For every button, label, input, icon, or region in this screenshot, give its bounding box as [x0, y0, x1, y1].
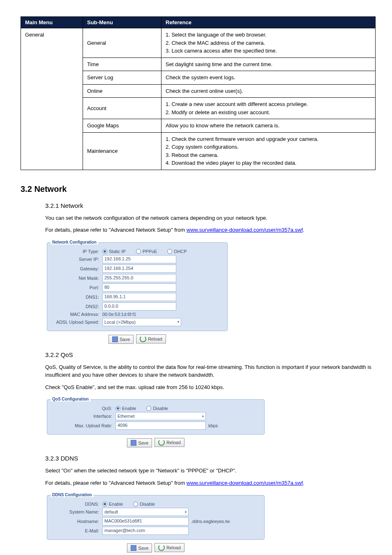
table-cell-ref: 1. Select the language of the web browse…: [161, 28, 376, 58]
radio-qos-disable[interactable]: Disable: [146, 406, 168, 411]
netmask-input[interactable]: 255.255.255.0: [102, 274, 176, 282]
chevron-down-icon: ▾: [185, 510, 187, 514]
radio-ddns-enable[interactable]: Enable: [102, 502, 123, 507]
server-ip-input[interactable]: 192.168.1.25: [102, 255, 176, 263]
dns1-input[interactable]: 168.95.1.1: [102, 293, 176, 301]
paragraph: You can set the network configuration of…: [45, 214, 376, 222]
save-button[interactable]: Save: [108, 335, 134, 344]
field-label: Interface:: [51, 414, 115, 419]
reload-icon: [140, 336, 146, 342]
adsl-select[interactable]: Local (>2Mbps)▾: [102, 318, 181, 326]
table-cell-ref: Set daylight saving time and the current…: [161, 58, 376, 71]
field-label: E-Mail:: [51, 528, 102, 533]
chevron-down-icon: ▾: [178, 320, 179, 324]
subsection-heading: 3.2.2 QoS: [45, 351, 376, 358]
radio-qos-enable[interactable]: Enable: [115, 406, 136, 411]
section-heading: 3.2 Network: [21, 184, 376, 194]
table-cell-sub: Online: [83, 84, 161, 98]
table-cell-ref: Check the current online user(s).: [161, 84, 376, 98]
reload-button[interactable]: Reload: [154, 438, 184, 447]
ddns-config-panel: DDNS Configuration DDNS: Enable Disable …: [47, 495, 265, 540]
save-icon: [131, 545, 136, 551]
reload-icon: [158, 439, 165, 446]
paragraph: QoS, Quality of Service, is the ability …: [45, 363, 376, 379]
reload-button[interactable]: Reload: [154, 543, 184, 552]
panel-title: Network Configuration: [51, 240, 98, 244]
hostname-suffix: .ddns.eagleeyes.tw: [191, 519, 230, 524]
mac-value: 00:0e:53:1d:6f:f1: [102, 312, 136, 317]
chevron-down-icon: ▾: [202, 415, 204, 418]
subsection-heading: 3.2.1 Network: [45, 202, 376, 209]
gateway-input[interactable]: 192.168.1.254: [102, 265, 176, 273]
save-icon: [131, 440, 136, 446]
save-button[interactable]: Save: [127, 438, 152, 447]
reload-button[interactable]: Reload: [136, 334, 166, 343]
radio-pppoe[interactable]: PPPoE: [136, 249, 157, 254]
port-input[interactable]: 80: [102, 283, 176, 292]
table-cell-ref: Check the system event logs.: [161, 71, 376, 85]
table-cell-sub: Server Log: [83, 71, 161, 85]
field-label: IP Type:: [51, 249, 102, 254]
doc-link[interactable]: www.surveillance-download.com/user/m357a…: [187, 480, 303, 486]
panel-title: DDNS Configuration: [51, 493, 94, 497]
reload-icon: [158, 544, 165, 551]
unit-label: kbps: [208, 423, 218, 428]
table-cell-sub: Account: [83, 98, 161, 119]
field-label: Server IP:: [51, 257, 102, 262]
table-header-sub: Sub-Menu: [83, 17, 161, 28]
field-label: System Name:: [51, 509, 102, 514]
table-cell-ref: Allow you to know where the network came…: [161, 119, 376, 133]
field-label: Hostname:: [51, 519, 102, 524]
qos-config-panel: QoS Configuration QoS: Enable Disable In…: [47, 399, 265, 435]
field-label: DDNS:: [51, 502, 102, 507]
field-label: Port:: [51, 285, 102, 290]
field-label: Max. Upload Rate:: [51, 423, 115, 428]
save-icon: [112, 336, 118, 342]
field-label: QoS:: [51, 406, 115, 411]
field-label: Gateway:: [51, 266, 102, 271]
network-config-panel: Network Configuration IP Type: Static IP…: [47, 242, 228, 331]
radio-ddns-disable[interactable]: Disable: [133, 502, 155, 507]
paragraph: Check "QoS Enable", and set the max. upl…: [45, 383, 376, 391]
table-cell-ref: 1. Create a new user account with differ…: [161, 98, 376, 119]
radio-dhcp[interactable]: DHCP: [167, 249, 187, 254]
table-header-main: Main Menu: [21, 17, 83, 28]
table-header-ref: Reference: [161, 17, 376, 28]
table-cell-sub: General: [83, 28, 161, 58]
panel-title: QoS Configuration: [51, 397, 90, 401]
paragraph: Select "On" when the selected network ty…: [45, 467, 376, 475]
table-cell-main: General: [21, 28, 83, 170]
table-cell-sub: Time: [83, 58, 161, 71]
reference-table: Main Menu Sub-Menu Reference General Gen…: [21, 16, 376, 170]
table-cell-ref: 1. Check the current firmware version an…: [161, 132, 376, 170]
radio-static-ip[interactable]: Static IP: [102, 249, 126, 254]
field-label: MAC Address:: [51, 312, 102, 317]
email-input[interactable]: manager@tech.com: [102, 527, 189, 535]
paragraph: For details, please refer to "Advanced N…: [45, 479, 376, 487]
field-label: DNS2:: [51, 304, 102, 309]
max-upload-input[interactable]: 4096: [115, 421, 206, 430]
paragraph: For details, please refer to "Advanced N…: [45, 226, 376, 234]
doc-link[interactable]: www.surveillance-download.com/user/m357a…: [187, 227, 303, 233]
table-cell-sub: Maintenance: [83, 132, 161, 170]
save-button[interactable]: Save: [127, 543, 152, 553]
field-label: DNS1:: [51, 295, 102, 299]
table-cell-sub: Google Maps: [83, 119, 161, 133]
field-label: Net Mask:: [51, 276, 102, 281]
field-label: ADSL Upload Speed:: [51, 320, 102, 325]
hostname-input[interactable]: MAC000e531d6ff1: [102, 517, 189, 525]
system-name-select[interactable]: default▾: [102, 508, 189, 516]
subsection-heading: 3.2.3 DDNS: [45, 455, 376, 462]
dns2-input[interactable]: 0.0.0.0: [102, 302, 176, 311]
interface-select[interactable]: Ethernet▾: [115, 412, 206, 420]
